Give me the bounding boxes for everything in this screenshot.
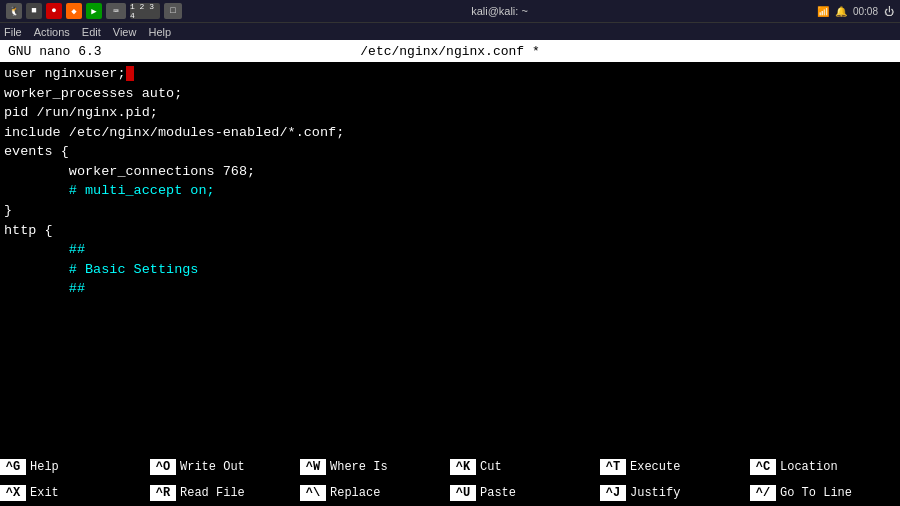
- code-line: ##: [4, 279, 896, 299]
- icon4[interactable]: ◆: [66, 3, 82, 19]
- shortcut-item[interactable]: ^UPaste: [450, 480, 600, 506]
- shortcut-key: ^/: [750, 485, 776, 501]
- shortcut-item[interactable]: ^XExit: [0, 480, 150, 506]
- shortcut-item[interactable]: ^\Replace: [300, 480, 450, 506]
- menu-actions[interactable]: Actions: [34, 26, 70, 38]
- shortcut-item[interactable]: ^GHelp: [0, 454, 150, 480]
- code-line: pid /run/nginx.pid;: [4, 103, 896, 123]
- menu-view[interactable]: View: [113, 26, 137, 38]
- shortcut-label: Cut: [480, 460, 502, 474]
- volume-icon: 🔔: [835, 6, 847, 17]
- icon6: ⌨: [106, 3, 126, 19]
- shortcut-key: ^C: [750, 459, 776, 475]
- code-line: ##: [4, 240, 896, 260]
- shortcut-key: ^O: [150, 459, 176, 475]
- wifi-icon: 📶: [817, 6, 829, 17]
- topbar: 🐧 ■ ● ◆ ▶ ⌨ 1 2 3 4 □ kali@kali: ~ 📶 🔔 0…: [0, 0, 900, 22]
- topbar-title: kali@kali: ~: [190, 5, 809, 17]
- menu-help[interactable]: Help: [148, 26, 171, 38]
- shortcut-item[interactable]: ^TExecute: [600, 454, 750, 480]
- shortcut-label: Write Out: [180, 460, 245, 474]
- shortcut-item[interactable]: ^/Go To Line: [750, 480, 900, 506]
- code-line: worker_processes auto;: [4, 84, 896, 104]
- power-icon: ⏻: [884, 6, 894, 17]
- menubar: File Actions Edit View Help: [0, 22, 900, 40]
- shortcut-item[interactable]: ^RRead File: [150, 480, 300, 506]
- code-line: http {: [4, 221, 896, 241]
- icon3[interactable]: ●: [46, 3, 62, 19]
- icon5: ▶: [86, 3, 102, 19]
- code-line: worker_connections 768;: [4, 162, 896, 182]
- shortcut-label: Replace: [330, 486, 380, 500]
- shortcut-key: ^X: [0, 485, 26, 501]
- terminal-counter: 1 2 3 4: [130, 3, 160, 19]
- code-line: # Basic Settings: [4, 260, 896, 280]
- shortcut-label: Paste: [480, 486, 516, 500]
- code-line: user nginxuser;: [4, 64, 896, 84]
- shortcut-item[interactable]: ^CLocation: [750, 454, 900, 480]
- shortcut-label: Where Is: [330, 460, 388, 474]
- shortcut-label: Help: [30, 460, 59, 474]
- icon2[interactable]: ■: [26, 3, 42, 19]
- topbar-right: 📶 🔔 00:08 ⏻: [817, 6, 894, 17]
- shortcut-key: ^J: [600, 485, 626, 501]
- code-line: }: [4, 201, 896, 221]
- shortcut-key: ^G: [0, 459, 26, 475]
- code-line: # multi_accept on;: [4, 181, 896, 201]
- shortcut-label: Execute: [630, 460, 680, 474]
- shortcuts-bar: ^GHelp^OWrite Out^WWhere Is^KCut^TExecut…: [0, 454, 900, 506]
- menu-file[interactable]: File: [4, 26, 22, 38]
- shortcut-label: Justify: [630, 486, 680, 500]
- shortcut-row-2: ^XExit^RRead File^\Replace^UPaste^JJusti…: [0, 480, 900, 506]
- code-line: include /etc/nginx/modules-enabled/*.con…: [4, 123, 896, 143]
- icon7: □: [164, 3, 182, 19]
- menu-edit[interactable]: Edit: [82, 26, 101, 38]
- time-display: 00:08: [853, 6, 878, 17]
- topbar-icons: 🐧 ■ ● ◆ ▶ ⌨ 1 2 3 4 □: [6, 3, 182, 19]
- shortcut-label: Location: [780, 460, 838, 474]
- shortcut-key: ^K: [450, 459, 476, 475]
- shortcut-label: Go To Line: [780, 486, 852, 500]
- shortcut-item[interactable]: ^OWrite Out: [150, 454, 300, 480]
- shortcut-item[interactable]: ^JJustify: [600, 480, 750, 506]
- shortcut-key: ^U: [450, 485, 476, 501]
- shortcut-label: Exit: [30, 486, 59, 500]
- shortcut-item[interactable]: ^KCut: [450, 454, 600, 480]
- shortcut-key: ^T: [600, 459, 626, 475]
- nano-filename: /etc/nginx/nginx.conf *: [360, 44, 539, 59]
- code-line: events {: [4, 142, 896, 162]
- nano-titlebar: GNU nano 6.3 /etc/nginx/nginx.conf *: [0, 40, 900, 62]
- editor: user nginxuser; worker_processes auto;pi…: [0, 62, 900, 454]
- shortcut-key: ^R: [150, 485, 176, 501]
- nano-version: GNU nano 6.3: [8, 44, 102, 59]
- shortcut-label: Read File: [180, 486, 245, 500]
- shortcut-row-1: ^GHelp^OWrite Out^WWhere Is^KCut^TExecut…: [0, 454, 900, 480]
- shortcut-item[interactable]: ^WWhere Is: [300, 454, 450, 480]
- shortcut-key: ^W: [300, 459, 326, 475]
- shortcut-key: ^\: [300, 485, 326, 501]
- icon1: 🐧: [6, 3, 22, 19]
